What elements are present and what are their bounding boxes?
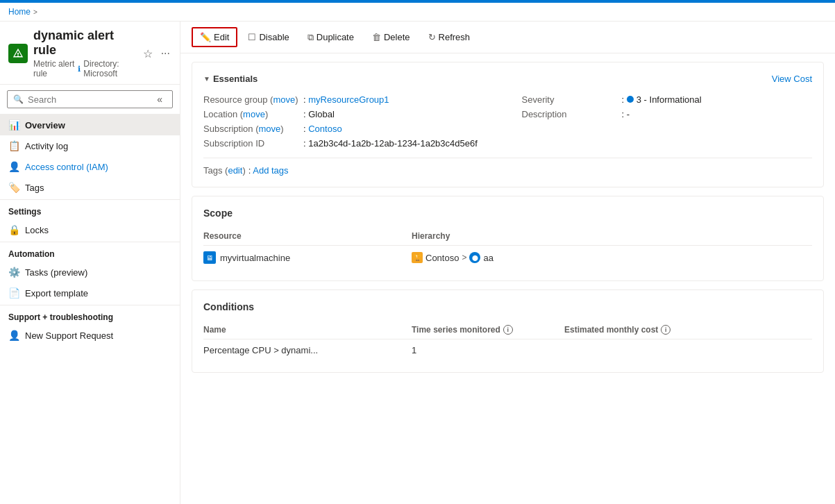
chevron-icon: ▼ <box>203 75 210 83</box>
essentials-left: Resource group (move) : myResourceGroup1… <box>203 92 494 151</box>
resource-type: Metric alert rule <box>33 59 75 78</box>
essentials-row-subscription: Subscription (move) : Contoso <box>203 121 494 136</box>
view-cost-link[interactable]: View Cost <box>772 74 812 84</box>
essentials-row-description: Description : - <box>522 107 813 121</box>
location-move-link[interactable]: move <box>243 109 265 119</box>
sidebar: dynamic alert rule Metric alert rule ℹ D… <box>0 22 180 504</box>
time-series-info-icon[interactable]: i <box>503 325 513 335</box>
subscription-move-link[interactable]: move <box>258 124 280 134</box>
scope-col-resource-header: Resource <box>203 231 384 241</box>
breadcrumb-separator: > <box>33 8 37 16</box>
sidebar-item-activity-log[interactable]: 📋 Activity log <box>0 135 180 156</box>
essentials-panel: ▼ Essentials View Cost Resource group (m… <box>192 62 824 187</box>
settings-section-label: Settings <box>0 199 180 219</box>
subscription-value-link[interactable]: Contoso <box>308 124 341 134</box>
tags-row: Tags (edit) : Add tags <box>203 158 812 176</box>
scope-table-header: Resource Hierarchy <box>203 227 812 246</box>
breadcrumb: Home > <box>0 3 835 22</box>
description-value: - <box>627 109 630 119</box>
overview-icon: 📊 <box>8 119 19 131</box>
delete-label: Delete <box>384 32 410 42</box>
tasks-icon: ⚙️ <box>8 267 19 278</box>
toolbar: ✏️ Edit ☐ Disable ⧉ Duplicate 🗑 Delete ↻… <box>180 22 835 53</box>
location-value: Global <box>308 109 335 119</box>
conditions-col-cost-label: Estimated monthly cost <box>564 325 658 335</box>
essentials-header: ▼ Essentials View Cost <box>203 74 812 84</box>
edit-button[interactable]: ✏️ Edit <box>192 27 237 47</box>
sidebar-item-locks[interactable]: 🔒 Locks <box>0 219 180 240</box>
conditions-time-series-cell: 1 <box>412 345 550 355</box>
duplicate-button[interactable]: ⧉ Duplicate <box>300 28 362 47</box>
severity-value: 3 - Informational <box>636 94 702 105</box>
alert-icon <box>12 47 24 60</box>
add-tags-link[interactable]: Add tags <box>253 165 288 176</box>
collapse-sidebar-button[interactable]: « <box>153 94 167 105</box>
scope-resource-name: myvirtualmachine <box>220 253 290 263</box>
conditions-table-row: Percentage CPU > dynami... 1 <box>203 339 812 361</box>
cost-info-icon[interactable]: i <box>661 325 670 335</box>
scope-resource-cell: 🖥 myvirtualmachine <box>203 251 384 264</box>
sidebar-item-locks-label: Locks <box>25 225 49 235</box>
delete-icon: 🗑 <box>372 32 381 42</box>
refresh-label: Refresh <box>439 32 471 42</box>
refresh-icon: ↻ <box>428 32 436 42</box>
scope-hierarchy-contoso: Contoso <box>425 253 459 263</box>
sidebar-item-overview[interactable]: 📊 Overview <box>0 115 180 135</box>
conditions-col-name-header: Name <box>203 325 398 335</box>
resource-title-group: dynamic alert rule Metric alert rule ℹ D… <box>33 28 136 78</box>
sidebar-item-tags-label: Tags <box>25 183 44 193</box>
tags-label: Tags (edit) <box>203 165 246 176</box>
resource-subtitle: Metric alert rule ℹ Directory: Microsoft <box>33 59 136 78</box>
tags-edit-link[interactable]: edit <box>228 165 242 176</box>
delete-button[interactable]: 🗑 Delete <box>364 28 418 47</box>
location-label: Location (move) <box>203 109 301 119</box>
essentials-title: Essentials <box>213 74 258 84</box>
essentials-grid: Resource group (move) : myResourceGroup1… <box>203 92 812 151</box>
scope-table: Resource Hierarchy 🖥 myvirtualmachine 🏆 … <box>203 227 812 269</box>
edit-icon: ✏️ <box>200 32 211 42</box>
sidebar-item-access-control[interactable]: 👤 Access control (IAM) <box>0 156 180 177</box>
sidebar-item-tasks-label: Tasks (preview) <box>25 267 87 278</box>
essentials-row-subscription-id: Subscription ID : 1a2b3c4d-1a2b-12ab-123… <box>203 136 494 151</box>
disable-button[interactable]: ☐ Disable <box>240 28 296 47</box>
aa-icon: ⬤ <box>469 252 480 263</box>
scope-panel: Scope Resource Hierarchy 🖥 myvirtualmach… <box>192 196 824 281</box>
vm-icon: 🖥 <box>203 251 216 264</box>
nav-section-settings: 🔒 Locks <box>0 219 180 240</box>
disable-label: Disable <box>259 32 289 42</box>
conditions-col-cost-header: Estimated monthly cost i <box>564 325 812 335</box>
support-section-label: Support + troubleshooting <box>0 305 180 325</box>
sidebar-item-export-template-label: Export template <box>25 288 88 299</box>
scope-title: Scope <box>203 208 812 219</box>
essentials-toggle[interactable]: ▼ Essentials <box>203 74 258 84</box>
sidebar-item-tasks-preview[interactable]: ⚙️ Tasks (preview) <box>0 262 180 283</box>
refresh-button[interactable]: ↻ Refresh <box>421 28 478 47</box>
contoso-icon: 🏆 <box>412 252 423 263</box>
scope-hierarchy-cell: 🏆 Contoso > ⬤ aa <box>412 252 812 263</box>
resource-directory: Directory: Microsoft <box>83 59 135 78</box>
conditions-panel: Conditions Name Time series monitored i … <box>192 289 824 373</box>
search-input[interactable] <box>28 94 149 105</box>
resource-group-move-link[interactable]: move <box>273 94 295 105</box>
locks-icon: 🔒 <box>8 224 19 235</box>
essentials-row-severity: Severity : 3 - Informational <box>522 92 813 107</box>
disable-icon: ☐ <box>248 32 256 42</box>
sidebar-item-new-support-request[interactable]: 👤 New Support Request <box>0 325 180 346</box>
favorite-button[interactable]: ☆ <box>142 46 154 62</box>
severity-dot <box>627 96 634 103</box>
conditions-title: Conditions <box>203 301 812 312</box>
breadcrumb-home[interactable]: Home <box>8 7 31 17</box>
resource-icon <box>8 44 28 63</box>
duplicate-icon: ⧉ <box>307 32 314 43</box>
sidebar-item-tags[interactable]: 🏷️ Tags <box>0 177 180 198</box>
resource-group-value-link[interactable]: myResourceGroup1 <box>308 94 389 105</box>
sidebar-item-export-template[interactable]: 📄 Export template <box>0 283 180 303</box>
subscription-id-value: 1a2b3c4d-1a2b-12ab-1234-1a2b3c4d5e6f <box>308 138 478 149</box>
scope-hierarchy-arrow: > <box>462 253 466 262</box>
sidebar-item-support-label: New Support Request <box>25 330 113 341</box>
essentials-right: Severity : 3 - Informational Description… <box>522 92 813 151</box>
support-icon: 👤 <box>8 330 19 341</box>
conditions-col-time-series-header: Time series monitored i <box>412 325 550 335</box>
more-options-button[interactable]: ··· <box>160 46 171 61</box>
export-template-icon: 📄 <box>8 287 19 299</box>
